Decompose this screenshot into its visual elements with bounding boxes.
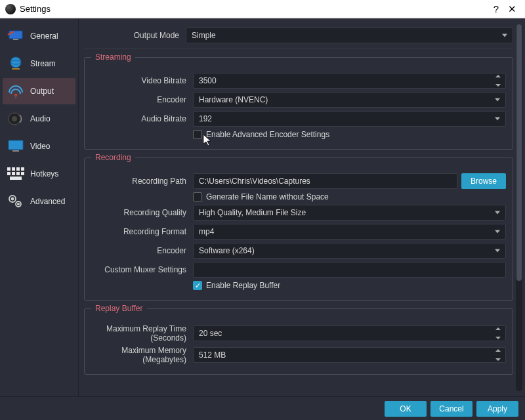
nospace-checkbox[interactable] [193, 192, 202, 201]
recording-format-label: Recording Format [91, 227, 193, 236]
svg-rect-14 [21, 167, 24, 171]
recording-path-input[interactable]: C:\Users\Chris\Videos\Captures [193, 173, 457, 189]
svg-point-2 [10, 57, 21, 68]
scrollbar-thumb[interactable] [516, 24, 522, 281]
output-mode-label: Output Mode [84, 31, 186, 40]
recording-format-select[interactable]: mp4 [193, 224, 506, 240]
streaming-group: Streaming Video Bitrate 3500 Encoder Har… [84, 57, 513, 150]
max-memory-spinbox[interactable]: 512 MB [193, 347, 506, 363]
chevron-up-icon[interactable] [495, 327, 501, 330]
streaming-group-title: Streaming [91, 52, 135, 62]
sidebar-item-label: Video [30, 142, 50, 151]
max-replay-time-spinbox[interactable]: 20 sec [193, 326, 506, 341]
svg-rect-1 [13, 39, 18, 40]
display-icon [7, 138, 25, 154]
svg-point-23 [18, 203, 19, 205]
ok-button[interactable]: OK [385, 401, 427, 417]
video-bitrate-spinbox[interactable]: 3500 [193, 73, 506, 89]
svg-rect-17 [16, 172, 20, 175]
dialog-footer: OK Cancel Apply [0, 396, 525, 420]
svg-point-21 [12, 198, 14, 200]
sidebar-item-hotkeys[interactable]: Hotkeys [3, 161, 75, 187]
nospace-checkbox-label: Generate File Name without Space [206, 192, 329, 201]
recording-path-label: Recording Path [91, 177, 193, 186]
recording-quality-label: Recording Quality [91, 208, 193, 217]
app-icon [5, 4, 16, 14]
audio-bitrate-select[interactable]: 192 [193, 111, 506, 127]
divider [84, 49, 513, 49]
svg-point-8 [12, 116, 17, 121]
muxer-input[interactable] [193, 262, 506, 278]
replay-buffer-checkbox[interactable] [193, 281, 202, 290]
replay-buffer-checkbox-label: Enable Replay Buffer [206, 281, 280, 290]
titlebar: Settings ? ✕ [0, 0, 525, 18]
recording-group: Recording Recording Path C:\Users\Chris\… [84, 158, 513, 301]
svg-rect-16 [12, 172, 15, 175]
window-title: Settings [20, 4, 488, 14]
monitor-icon [7, 28, 25, 44]
sidebar-item-label: Stream [30, 59, 56, 68]
video-bitrate-label: Video Bitrate [91, 76, 193, 85]
chevron-down-icon[interactable] [495, 84, 501, 87]
svg-rect-6 [15, 95, 16, 98]
chevron-down-icon[interactable] [495, 358, 501, 361]
svg-rect-11 [7, 167, 10, 171]
sidebar-item-general[interactable]: General [3, 23, 75, 49]
apply-button[interactable]: Apply [476, 401, 518, 417]
recording-group-title: Recording [91, 153, 135, 162]
advanced-encoder-checkbox[interactable] [193, 130, 202, 139]
svg-rect-12 [12, 167, 15, 171]
max-memory-label: Maximum Memory (Megabytes) [91, 346, 193, 364]
svg-rect-15 [7, 172, 10, 175]
sidebar-item-label: Hotkeys [30, 169, 58, 178]
chevron-down-icon[interactable] [495, 337, 501, 339]
sidebar-item-label: Output [30, 87, 54, 96]
cancel-button[interactable]: Cancel [430, 401, 472, 417]
close-button[interactable]: ✕ [504, 3, 520, 15]
recording-encoder-label: Encoder [91, 246, 193, 255]
sidebar-item-video[interactable]: Video [3, 133, 75, 159]
sidebar-item-advanced[interactable]: Advanced [3, 188, 75, 215]
svg-rect-19 [10, 177, 22, 180]
chevron-up-icon[interactable] [495, 349, 501, 352]
sidebar-item-label: Audio [30, 114, 51, 123]
sidebar-item-audio[interactable]: Audio [3, 106, 75, 132]
max-replay-time-label: Maximum Replay Time (Seconds) [91, 324, 193, 343]
browse-button[interactable]: Browse [461, 173, 506, 189]
speaker-icon [7, 111, 25, 127]
muxer-label: Custom Muxer Settings [91, 265, 193, 274]
help-button[interactable]: ? [488, 3, 504, 14]
svg-rect-10 [12, 150, 19, 152]
replay-buffer-group-title: Replay Buffer [91, 304, 147, 313]
gears-icon [7, 194, 25, 209]
streaming-encoder-select[interactable]: Hardware (NVENC) [193, 92, 506, 108]
audio-bitrate-label: Audio Bitrate [91, 114, 193, 123]
svg-rect-13 [16, 167, 20, 171]
recording-quality-select[interactable]: High Quality, Medium File Size [193, 205, 506, 220]
sidebar-item-label: Advanced [30, 197, 65, 206]
sidebar-item-output[interactable]: Output [3, 78, 75, 104]
scrollbar[interactable] [516, 24, 522, 391]
broadcast-icon [7, 83, 25, 99]
sidebar-item-label: General [30, 32, 58, 41]
svg-rect-18 [21, 172, 24, 175]
svg-rect-4 [12, 68, 20, 70]
recording-encoder-select[interactable]: Software (x264) [193, 243, 506, 259]
advanced-encoder-checkbox-label: Enable Advanced Encoder Settings [206, 130, 329, 139]
chevron-up-icon[interactable] [495, 75, 501, 77]
keyboard-icon [7, 166, 25, 182]
sidebar: General Stream Output Audio Video [0, 19, 79, 396]
globe-icon [7, 56, 25, 72]
sidebar-item-stream[interactable]: Stream [3, 51, 75, 77]
streaming-encoder-label: Encoder [91, 95, 193, 104]
svg-rect-9 [9, 140, 23, 150]
output-mode-select[interactable]: Simple [186, 28, 513, 43]
settings-panel: Output Mode Simple Streaming Video Bitra… [79, 19, 525, 396]
replay-buffer-group: Replay Buffer Maximum Replay Time (Secon… [84, 308, 513, 375]
